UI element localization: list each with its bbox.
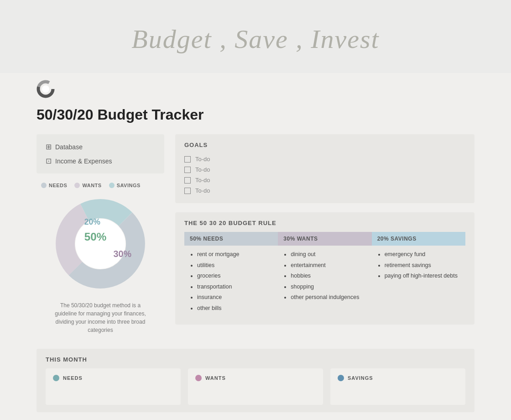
- needs-pct-label: 50%: [84, 231, 106, 243]
- savings-pct-label: 20%: [84, 217, 101, 226]
- goal-text-1: To-do: [195, 156, 210, 163]
- needs-item-5: insurance: [197, 292, 272, 303]
- needs-item-2: utilities: [197, 260, 272, 271]
- goal-item-1: To-do: [184, 154, 465, 164]
- goal-item-4: To-do: [184, 185, 465, 196]
- nav-item-database[interactable]: ⊞ Database: [44, 140, 157, 154]
- page-title: 50/30/20 Budget Tracker: [36, 106, 474, 123]
- wants-pct-label: 30%: [114, 249, 132, 259]
- wants-item-2: entertainment: [291, 260, 366, 271]
- wants-label: WANTS: [82, 183, 101, 188]
- savings-item-1: emergency fund: [385, 249, 460, 260]
- month-card-wants: WANTS: [188, 368, 323, 405]
- month-card-needs-header: NEEDS: [53, 375, 173, 381]
- legend-needs: NEEDS: [41, 183, 67, 188]
- needs-item-1: rent or mortgage: [197, 249, 272, 260]
- savings-col-header: 20% SAVINGS: [372, 232, 465, 246]
- month-card-savings-header: SAVINGS: [338, 375, 458, 381]
- goal-text-2: To-do: [195, 166, 210, 173]
- left-panel: ⊞ Database ⊡ Income & Expenses NEEDS WAN…: [36, 134, 164, 334]
- goal-text-4: To-do: [195, 187, 210, 194]
- wants-item-3: hobbies: [291, 271, 366, 282]
- needs-dot: [41, 183, 47, 188]
- needs-col-body: rent or mortgage utilities groceries tra…: [184, 246, 278, 317]
- month-card-savings: SAVINGS: [330, 368, 465, 405]
- savings-dot: [109, 183, 115, 188]
- svg-point-2: [42, 85, 49, 93]
- donut-chart: 50% 30% 20%: [50, 194, 151, 294]
- needs-card-label: NEEDS: [63, 375, 83, 381]
- logo-area: [0, 73, 511, 106]
- this-month-title: THIS MONTH: [46, 356, 465, 363]
- right-panel: GOALS To-do To-do To-do To-do: [175, 134, 474, 334]
- header-banner: Budget , Save , Invest: [0, 0, 511, 73]
- legend-wants: WANTS: [74, 183, 101, 188]
- database-icon: ⊞: [46, 142, 52, 151]
- donut-wrapper: 50% 30% 20%: [50, 194, 151, 294]
- nav-item-income[interactable]: ⊡ Income & Expenses: [44, 154, 157, 168]
- chart-container: 50% 30% 20% The 50/30/20 budget method i…: [36, 194, 164, 334]
- savings-item-3: paying off high-interest debts: [385, 271, 460, 282]
- main-content: 50/30/20 Budget Tracker ⊞ Database ⊡ Inc…: [0, 106, 511, 420]
- goal-text-3: To-do: [195, 177, 210, 184]
- month-cards: NEEDS WANTS SAVINGS: [46, 368, 465, 405]
- chart-legend: NEEDS WANTS SAVINGS: [36, 183, 164, 188]
- month-card-wants-header: WANTS: [195, 375, 316, 381]
- nav-box: ⊞ Database ⊡ Income & Expenses: [36, 134, 164, 173]
- wants-item-5: other personal indulgences: [291, 292, 366, 303]
- logo-icon: [36, 80, 55, 98]
- legend-savings: SAVINGS: [109, 183, 141, 188]
- goals-section: GOALS To-do To-do To-do To-do: [175, 134, 474, 203]
- savings-col-body: emergency fund retirement savings paying…: [372, 246, 465, 317]
- goal-checkbox-4[interactable]: [184, 188, 191, 194]
- needs-col-header: 50% NEEDS: [184, 232, 278, 246]
- header-title: Budget , Save , Invest: [131, 24, 379, 54]
- goal-checkbox-3[interactable]: [184, 177, 191, 184]
- chart-caption: The 50/30/20 budget method is a guidelin…: [50, 301, 151, 334]
- month-card-needs: NEEDS: [46, 368, 181, 405]
- savings-card-dot: [338, 375, 344, 381]
- budget-rule-section: THE 50 30 20 BUDGET RULE 50% NEEDS 30% W…: [175, 212, 474, 325]
- savings-card-label: SAVINGS: [348, 375, 373, 381]
- goal-item-2: To-do: [184, 164, 465, 175]
- wants-card-dot: [195, 375, 202, 381]
- top-section: ⊞ Database ⊡ Income & Expenses NEEDS WAN…: [36, 134, 474, 334]
- goal-checkbox-2[interactable]: [184, 167, 191, 173]
- wants-col-header: 30% WANTS: [278, 232, 371, 246]
- wants-dot: [74, 183, 80, 188]
- needs-item-4: transportation: [197, 282, 272, 293]
- this-month-section: THIS MONTH NEEDS WANTS SAVINGS: [36, 349, 474, 412]
- budget-rule-title: THE 50 30 20 BUDGET RULE: [184, 220, 465, 226]
- wants-item-1: dining out: [291, 249, 366, 260]
- income-icon: ⊡: [46, 157, 52, 165]
- wants-item-4: shopping: [291, 282, 366, 293]
- wants-col-body: dining out entertainment hobbies shoppin…: [278, 246, 371, 317]
- needs-label: NEEDS: [49, 183, 67, 188]
- goals-title: GOALS: [184, 142, 465, 148]
- budget-columns: 50% NEEDS 30% WANTS 20% SAVINGS rent or …: [184, 232, 465, 317]
- needs-item-3: groceries: [197, 271, 272, 282]
- nav-label-database: Database: [55, 143, 83, 151]
- savings-label: SAVINGS: [117, 183, 141, 188]
- nav-label-income: Income & Expenses: [55, 158, 112, 165]
- goal-checkbox-1[interactable]: [184, 156, 191, 163]
- needs-item-6: other bills: [197, 303, 272, 314]
- wants-card-label: WANTS: [205, 375, 226, 381]
- needs-card-dot: [53, 375, 59, 381]
- savings-item-2: retirement savings: [385, 260, 460, 271]
- goal-item-3: To-do: [184, 175, 465, 185]
